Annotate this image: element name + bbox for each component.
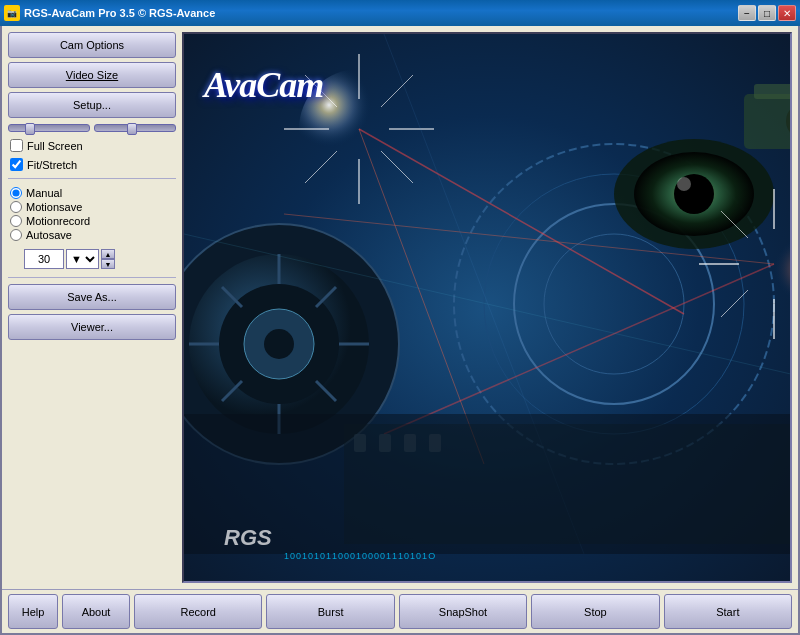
svg-rect-54 <box>404 434 416 452</box>
radio-motionsave-label: Motionsave <box>26 201 82 213</box>
preview-svg <box>184 34 790 581</box>
title-bar-text: RGS-AvaCam Pro 3.5 © RGS-Avance <box>24 7 738 19</box>
radio-motionsave[interactable] <box>10 201 22 213</box>
start-button[interactable]: Start <box>664 594 792 629</box>
rgs-text: RGS <box>224 525 272 551</box>
video-preview: AvaCam RGS 100101011000100001110101O <box>182 32 792 583</box>
snapshot-button[interactable]: SnapShot <box>399 594 527 629</box>
about-button[interactable]: About <box>62 594 130 629</box>
radio-motionrecord-label: Motionrecord <box>26 215 90 227</box>
spinner-select[interactable]: ▼ <box>66 249 99 269</box>
app-icon: 📷 <box>4 5 20 21</box>
record-button[interactable]: Record <box>134 594 262 629</box>
svg-rect-55 <box>429 434 441 452</box>
radio-manual-row: Manual <box>10 187 174 199</box>
left-panel: Cam Options Video Size Setup... Full Scr… <box>8 32 176 583</box>
radio-manual-label: Manual <box>26 187 62 199</box>
maximize-button[interactable]: □ <box>758 5 776 21</box>
bottom-bar: Help About Record Burst SnapShot Stop St… <box>2 589 798 633</box>
mode-radio-group: Manual Motionsave Motionrecord Autosave <box>8 185 176 243</box>
content-area: Cam Options Video Size Setup... Full Scr… <box>2 26 798 589</box>
full-screen-label: Full Screen <box>27 140 83 152</box>
viewer-button[interactable]: Viewer... <box>8 314 176 340</box>
spin-up-arrow[interactable]: ▲ <box>101 249 115 259</box>
radio-manual[interactable] <box>10 187 22 199</box>
minimize-button[interactable]: − <box>738 5 756 21</box>
sliders-row <box>8 122 176 134</box>
radio-autosave-label: Autosave <box>26 229 72 241</box>
binary-text: 100101011000100001110101O <box>284 551 436 561</box>
avacam-logo: AvaCam <box>204 64 323 106</box>
svg-rect-41 <box>754 84 790 99</box>
radio-motionsave-row: Motionsave <box>10 201 174 213</box>
stop-button[interactable]: Stop <box>531 594 659 629</box>
spinner-input[interactable] <box>24 249 64 269</box>
fit-stretch-checkbox[interactable] <box>10 158 23 171</box>
radio-motionrecord-row: Motionrecord <box>10 215 174 227</box>
help-button[interactable]: Help <box>8 594 58 629</box>
title-bar: 📷 RGS-AvaCam Pro 3.5 © RGS-Avance − □ ✕ <box>0 0 800 26</box>
spinner-row: ▼ ▲ ▼ <box>8 247 176 271</box>
radio-autosave-row: Autosave <box>10 229 174 241</box>
burst-button[interactable]: Burst <box>266 594 394 629</box>
full-screen-row: Full Screen <box>8 138 176 153</box>
video-size-button[interactable]: Video Size <box>8 62 176 88</box>
separator-1 <box>8 178 176 179</box>
fit-stretch-label: Fit/Stretch <box>27 159 77 171</box>
full-screen-checkbox[interactable] <box>10 139 23 152</box>
svg-rect-53 <box>379 434 391 452</box>
save-as-button[interactable]: Save As... <box>8 284 176 310</box>
setup-button[interactable]: Setup... <box>8 92 176 118</box>
radio-autosave[interactable] <box>10 229 22 241</box>
spin-down-arrow[interactable]: ▼ <box>101 259 115 269</box>
cam-options-button[interactable]: Cam Options <box>8 32 176 58</box>
fit-stretch-row: Fit/Stretch <box>8 157 176 172</box>
svg-rect-40 <box>744 94 790 149</box>
close-button[interactable]: ✕ <box>778 5 796 21</box>
spinner-arrows: ▲ ▼ <box>101 249 115 269</box>
radio-motionrecord[interactable] <box>10 215 22 227</box>
svg-rect-52 <box>354 434 366 452</box>
title-bar-buttons: − □ ✕ <box>738 5 796 21</box>
svg-point-21 <box>677 177 691 191</box>
svg-point-5 <box>264 329 294 359</box>
slider-1[interactable] <box>8 124 90 132</box>
slider-2[interactable] <box>94 124 176 132</box>
main-window: Cam Options Video Size Setup... Full Scr… <box>0 26 800 635</box>
separator-2 <box>8 277 176 278</box>
